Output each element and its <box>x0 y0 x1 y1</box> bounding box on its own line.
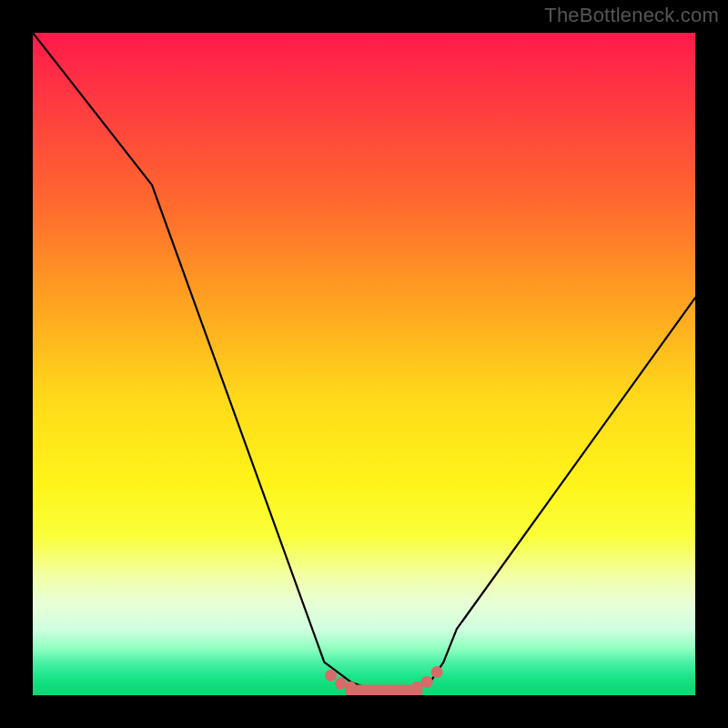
bottleneck-curve-path <box>33 33 695 692</box>
dip-dot <box>325 670 337 682</box>
dip-dot <box>431 666 443 678</box>
dip-markers <box>325 666 442 693</box>
watermark-text: TheBottleneck.com <box>544 4 719 27</box>
plot-area <box>33 33 695 695</box>
dip-dot <box>421 676 433 688</box>
chart-frame: TheBottleneck.com <box>0 0 728 728</box>
dip-dot <box>345 682 357 693</box>
bottleneck-plot <box>33 33 695 695</box>
